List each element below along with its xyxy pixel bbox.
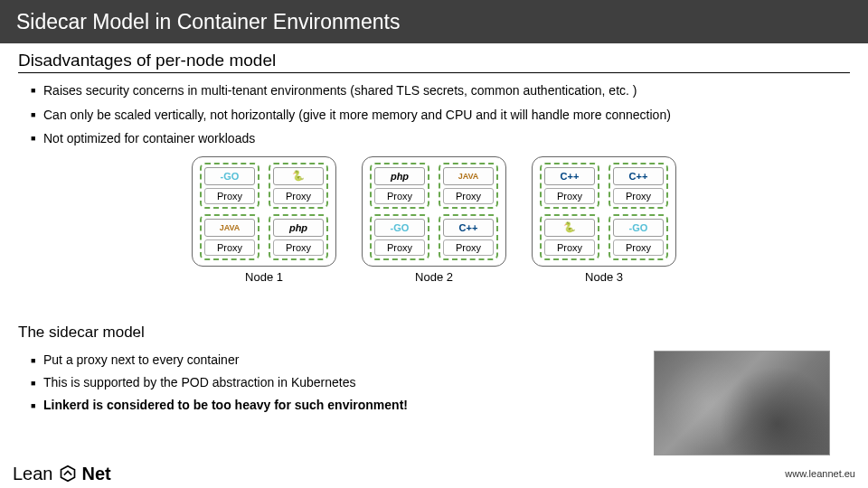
- proxy-label: Proxy: [273, 239, 324, 256]
- bullet-list-2: Put a proxy next to every container This…: [18, 349, 633, 418]
- lang-badge-java: JAVA: [204, 219, 255, 237]
- bullet-item: Not optimized for container workloads: [31, 127, 850, 151]
- slide-title: Sidecar Model in Container Environments: [16, 10, 400, 34]
- node-box: C++ProxyC++Proxy🐍Proxy-GOProxy: [532, 156, 676, 267]
- lang-badge-cpp: C++: [443, 219, 494, 237]
- proxy-label: Proxy: [204, 188, 255, 204]
- bullet-item: Raises security concerns in multi-tenant…: [31, 79, 850, 103]
- proxy-label: Proxy: [443, 239, 494, 256]
- brand-logo: Lean Net: [13, 464, 111, 484]
- node: phpProxyJAVAProxy-GOProxyC++ProxyNode 2: [362, 156, 506, 284]
- bullet-item: Can only be scaled vertically, not horiz…: [31, 103, 850, 127]
- proxy-label: Proxy: [544, 239, 595, 256]
- lang-badge-go: -GO: [613, 219, 664, 237]
- node-label: Node 1: [245, 270, 283, 284]
- proxy-label: Proxy: [374, 239, 425, 256]
- footer-url: www.leannet.eu: [785, 468, 855, 479]
- lang-badge-py: 🐍: [544, 219, 595, 237]
- lang-badge-java: JAVA: [443, 167, 494, 185]
- lang-badge-cpp: C++: [544, 167, 595, 185]
- brand-text-bold: Net: [82, 464, 111, 484]
- lang-badge-py: 🐍: [273, 167, 324, 185]
- proxy-label: Proxy: [544, 188, 595, 204]
- bullet-item: Put a proxy next to every container: [31, 349, 633, 371]
- section-disadvantages: Disadvantages of per-node model Raises s…: [0, 43, 868, 153]
- proxy-label: Proxy: [374, 188, 425, 204]
- pod: -GOProxy: [370, 214, 429, 260]
- bullet-list-1: Raises security concerns in multi-tenant…: [18, 79, 850, 151]
- hexagon-icon: [59, 465, 77, 483]
- slide-title-bar: Sidecar Model in Container Environments: [0, 0, 868, 43]
- proxy-label: Proxy: [613, 188, 664, 204]
- pod: 🐍Proxy: [269, 163, 328, 209]
- node-box: -GOProxy🐍ProxyJAVAProxyphpProxy: [192, 156, 336, 267]
- lang-badge-go: -GO: [374, 219, 425, 237]
- lang-badge-cpp: C++: [613, 167, 664, 185]
- proxy-label: Proxy: [204, 239, 255, 256]
- pod: C++Proxy: [540, 163, 599, 209]
- node-box: phpProxyJAVAProxy-GOProxyC++Proxy: [362, 156, 506, 267]
- pod: 🐍Proxy: [540, 214, 599, 260]
- node: C++ProxyC++Proxy🐍Proxy-GOProxyNode 3: [532, 156, 676, 284]
- lang-badge-php: php: [374, 167, 425, 185]
- proxy-label: Proxy: [443, 188, 494, 204]
- svg-marker-0: [61, 466, 74, 482]
- node-label: Node 3: [585, 270, 623, 284]
- sidecar-photo: [654, 351, 830, 455]
- section-heading-1: Disadvantages of per-node model: [18, 51, 850, 73]
- architecture-diagram: -GOProxy🐍ProxyJAVAProxyphpProxyNode 1php…: [0, 153, 868, 286]
- section-sidecar: Put a proxy next to every container This…: [18, 349, 633, 418]
- pod: JAVAProxy: [200, 214, 259, 260]
- proxy-label: Proxy: [273, 188, 324, 204]
- pod: C++Proxy: [609, 163, 668, 209]
- pod: -GOProxy: [609, 214, 668, 260]
- bullet-item: This is supported by the POD abstraction…: [31, 371, 633, 394]
- pod: C++Proxy: [439, 214, 498, 260]
- bullet-item: Linkerd is considered to be too heavy fo…: [31, 394, 633, 417]
- pod: phpProxy: [370, 163, 429, 209]
- pod: -GOProxy: [200, 163, 259, 209]
- section-heading-2: The sidecar model: [18, 324, 145, 342]
- pod: phpProxy: [269, 214, 328, 260]
- brand-text-thin: Lean: [13, 464, 53, 484]
- pod: JAVAProxy: [439, 163, 498, 209]
- proxy-label: Proxy: [613, 239, 664, 256]
- lang-badge-php: php: [273, 219, 324, 237]
- node: -GOProxy🐍ProxyJAVAProxyphpProxyNode 1: [192, 156, 336, 284]
- lang-badge-go: -GO: [204, 167, 255, 185]
- node-label: Node 2: [415, 270, 453, 284]
- footer: Lean Net www.leannet.eu: [0, 463, 868, 484]
